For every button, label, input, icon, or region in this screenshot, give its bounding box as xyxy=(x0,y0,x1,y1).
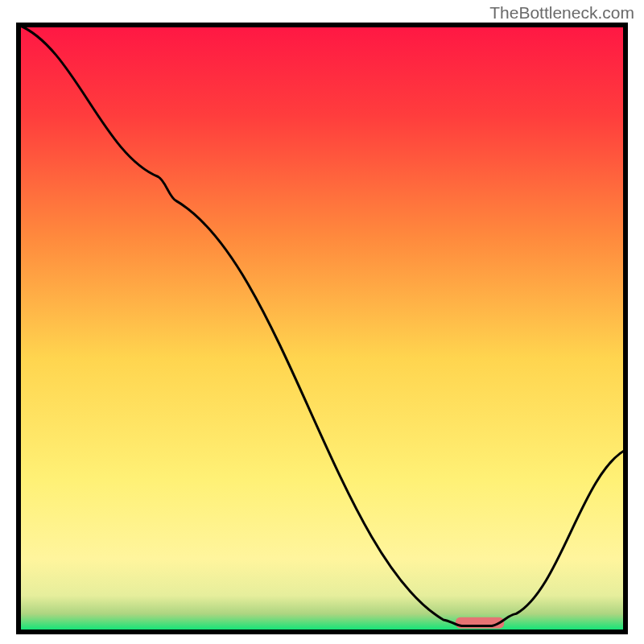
watermark-text: TheBottleneck.com xyxy=(489,3,634,23)
gradient-background xyxy=(19,25,625,632)
chart-svg xyxy=(16,23,628,634)
bottleneck-chart xyxy=(16,23,628,634)
